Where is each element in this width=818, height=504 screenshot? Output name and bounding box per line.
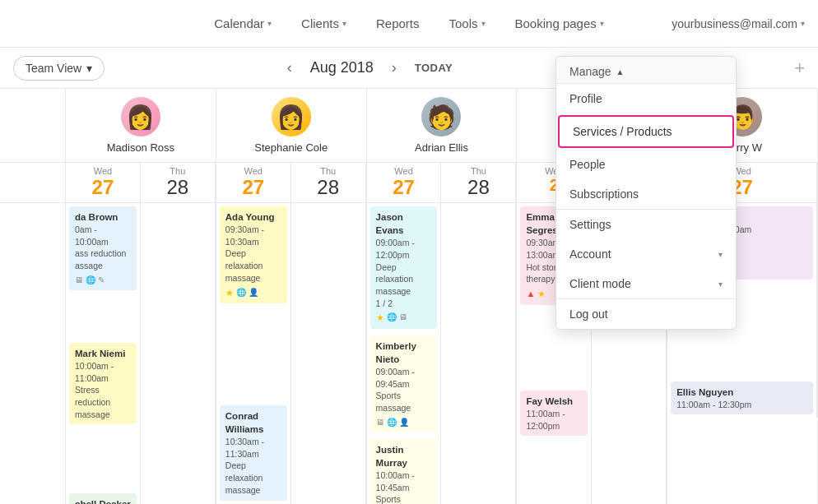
- staff-stephanie: 👩 Stephanie Cole: [216, 89, 367, 162]
- appt-chelldecker[interactable]: chell Decker 0am - 10:00am ass reduction…: [69, 493, 137, 504]
- add-event-button[interactable]: +: [794, 58, 805, 79]
- madison-thu-col: [141, 203, 216, 504]
- stephanie-thu-col: [291, 203, 366, 504]
- day-thu28-adrian: Thu 28: [441, 163, 516, 202]
- day-thu28-stephanie: Thu 28: [291, 163, 366, 202]
- day-wed27-madison: Wed 27: [66, 163, 141, 202]
- globe-icon: 🌐: [387, 312, 397, 324]
- screen-icon: 🖥: [75, 275, 83, 286]
- adrian-appointments: Jason Evans 09:00am - 12:00pm Deep relax…: [367, 203, 518, 504]
- adrian-days: Wed 27 Thu 28: [367, 163, 518, 202]
- globe-icon: 🌐: [236, 287, 246, 299]
- dropdown-profile[interactable]: Profile: [556, 84, 736, 113]
- nav-tools-label: Tools: [449, 16, 477, 30]
- team-view-select[interactable]: Team View ▾: [13, 56, 105, 81]
- stephanie-days: Wed 27 Thu 28: [216, 163, 367, 202]
- stephanie-appointments: Ada Young 09:30am - 10:30am Deep relaxat…: [216, 203, 367, 504]
- edit-icon: ✎: [98, 275, 105, 286]
- nav-calendar-label: Calendar: [214, 16, 264, 30]
- staff-adrian: 🧑 Adrian Ellis: [367, 89, 518, 162]
- dropdown-client-mode[interactable]: Client mode ▾: [556, 269, 736, 298]
- time-column: [0, 203, 66, 504]
- appt-markniemi[interactable]: Mark Niemi 10:00am - 11:00am Stress redu…: [69, 343, 137, 425]
- day-wed27-adrian: Wed 27: [367, 163, 442, 202]
- team-view-arrow: ▾: [86, 62, 92, 75]
- staff-name-stephanie: Stephanie Cole: [254, 141, 328, 154]
- next-month-button[interactable]: ›: [387, 56, 402, 80]
- person-icon: 👤: [249, 287, 258, 299]
- stephanie-wed-col: Ada Young 09:30am - 10:30am Deep relaxat…: [216, 203, 291, 504]
- globe-icon: 🌐: [387, 417, 397, 428]
- nav-tools-arrow: ▾: [481, 19, 486, 28]
- adrian-thu-col: [441, 203, 516, 504]
- day-wed27-stephanie: Wed 27: [216, 163, 291, 202]
- warning-icon: ▲: [526, 288, 535, 300]
- user-email[interactable]: yourbusiness@mail.com ▾: [672, 17, 805, 30]
- dropdown-services-products[interactable]: Services / Products: [558, 115, 734, 148]
- team-view-label: Team View: [26, 62, 81, 75]
- manage-label: Manage: [569, 65, 611, 78]
- star-icon: ★: [537, 288, 546, 300]
- appt-ellisnguyen[interactable]: Ellis Nguyen 11:00am - 12:30pm: [671, 381, 813, 415]
- top-navigation: Calendar ▾ Clients ▾ Reports Tools ▾ Boo…: [0, 0, 818, 48]
- dropdown-logout[interactable]: Log out: [556, 299, 736, 329]
- booking-pages-dropdown: Manage ▲ Profile Services / Products Peo…: [555, 56, 737, 330]
- staff-name-madison: Madison Ross: [107, 141, 174, 154]
- date-navigator: ‹ Aug 2018 › TODAY: [282, 56, 453, 80]
- nav-reports-label: Reports: [376, 16, 420, 30]
- appt-jasonevans1[interactable]: Jason Evans 09:00am - 12:00pm Deep relax…: [370, 206, 438, 329]
- prev-month-button[interactable]: ‹: [282, 56, 297, 80]
- user-email-label: yourbusiness@mail.com: [672, 17, 797, 30]
- adrian-wed-col: Jason Evans 09:00am - 12:00pm Deep relax…: [367, 203, 442, 504]
- avatar-adrian: 🧑: [421, 97, 461, 136]
- dropdown-manage-header: Manage ▲: [556, 57, 736, 84]
- appt-adayoung[interactable]: Ada Young 09:30am - 10:30am Deep relaxat…: [220, 206, 287, 303]
- nav-booking-pages-label: Booking pages: [515, 16, 597, 30]
- today-button[interactable]: TODAY: [415, 62, 453, 74]
- staff-madison: 👩 Madison Ross: [66, 89, 216, 162]
- madison-appointments: da Brown 0am - 10:00am ass reductionassa…: [66, 203, 216, 504]
- globe-icon: 🌐: [86, 275, 95, 286]
- nav-calendar-arrow: ▾: [267, 19, 272, 28]
- star-icon: ★: [376, 312, 384, 324]
- dropdown-menu: Manage ▲ Profile Services / Products Peo…: [555, 56, 737, 330]
- appt-faywelsh[interactable]: Fay Welsh 11:00am - 12:00pm: [520, 391, 588, 436]
- appt-conradwilliams[interactable]: Conrad Williams 10:30am - 11:30am Deep r…: [220, 405, 287, 501]
- nav-reports[interactable]: Reports: [365, 10, 431, 37]
- dropdown-people[interactable]: People: [556, 150, 736, 179]
- staff-name-adrian: Adrian Ellis: [415, 141, 468, 154]
- avatar-stephanie: 👩: [272, 97, 311, 136]
- madison-days: Wed 27 Thu 28: [66, 163, 216, 202]
- nav-calendar[interactable]: Calendar ▾: [202, 10, 283, 37]
- nav-booking-pages[interactable]: Booking pages ▾: [504, 10, 616, 37]
- dropdown-account[interactable]: Account ▾: [556, 239, 736, 269]
- nav-clients-label: Clients: [301, 16, 339, 30]
- nav-clients[interactable]: Clients ▾: [290, 10, 358, 37]
- nav-clients-arrow: ▾: [342, 19, 346, 28]
- screen-icon: 🖥: [376, 417, 384, 428]
- client-mode-expand-arrow: ▾: [718, 280, 723, 289]
- user-email-arrow: ▾: [801, 19, 805, 28]
- nav-booking-pages-arrow: ▾: [600, 19, 604, 28]
- madison-wed-col: da Brown 0am - 10:00am ass reductionassa…: [66, 203, 141, 504]
- dropdown-subscriptions[interactable]: Subscriptions: [556, 179, 736, 209]
- day-thu28-madison: Thu 28: [141, 163, 216, 202]
- account-expand-arrow: ▾: [718, 250, 723, 259]
- screen-icon: 🖥: [399, 312, 407, 324]
- appt-kimberlyknieto[interactable]: Kimberly Nieto 09:00am - 09:45am Sports …: [370, 335, 438, 432]
- star-icon: ★: [225, 287, 234, 299]
- person-icon: 👤: [399, 417, 409, 428]
- appt-justinmurray[interactable]: Justin Murray 10:00am - 10:45am Sports m…: [370, 439, 438, 504]
- dropdown-settings[interactable]: Settings: [556, 210, 736, 239]
- staff-empty-cell: [0, 89, 66, 162]
- manage-up-arrow: ▲: [616, 67, 625, 76]
- avatar-madison: 👩: [121, 97, 160, 136]
- current-month: Aug 2018: [310, 59, 374, 76]
- nav-tools[interactable]: Tools ▾: [437, 10, 496, 37]
- appt-dabrown[interactable]: da Brown 0am - 10:00am ass reductionassa…: [69, 206, 137, 290]
